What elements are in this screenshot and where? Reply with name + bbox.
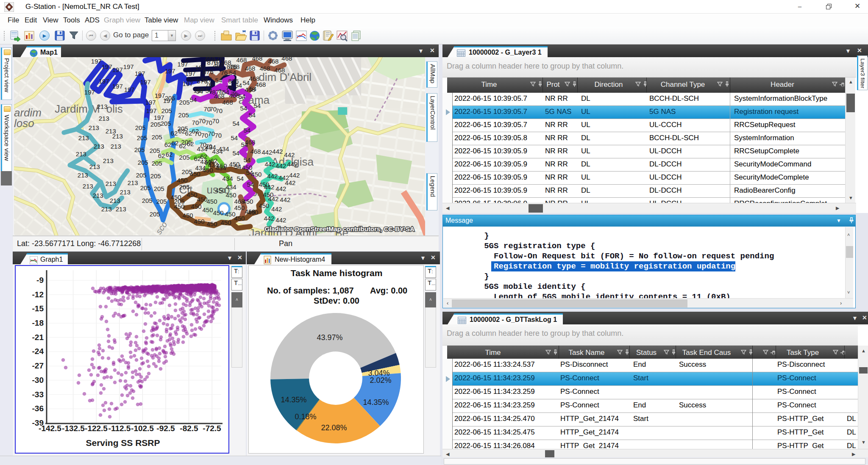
svg-text:450: 450 — [242, 198, 253, 205]
svg-text:213: 213 — [106, 180, 116, 187]
svg-text:450: 450 — [248, 209, 258, 216]
svg-text:-82.5: -82.5 — [180, 424, 198, 433]
svg-text:213: 213 — [103, 157, 114, 164]
svg-text:70: 70 — [216, 107, 223, 114]
svg-text:213: 213 — [78, 172, 88, 179]
svg-text:-142.5: -142.5 — [39, 424, 61, 433]
svg-text:0.18%: 0.18% — [295, 412, 316, 421]
svg-text:450: 450 — [207, 220, 217, 227]
svg-text:54: 54 — [232, 120, 239, 127]
svg-text:54: 54 — [243, 127, 250, 134]
svg-text:450: 450 — [217, 162, 227, 169]
svg-text:70: 70 — [199, 117, 206, 125]
svg-text:442: 442 — [289, 172, 300, 179]
svg-text:468: 468 — [255, 81, 266, 88]
svg-text:205: 205 — [179, 154, 190, 161]
svg-text:197: 197 — [112, 66, 123, 73]
svg-text:213: 213 — [99, 115, 109, 122]
svg-text:62: 62 — [158, 152, 165, 159]
svg-text:70: 70 — [201, 132, 209, 139]
svg-text:213: 213 — [110, 197, 120, 204]
svg-text:54: 54 — [240, 105, 247, 112]
svg-text:468: 468 — [222, 99, 233, 106]
svg-text:442: 442 — [287, 161, 298, 168]
svg-text:442: 442 — [284, 151, 295, 158]
svg-text:197: 197 — [178, 61, 188, 68]
svg-text:54: 54 — [235, 82, 242, 89]
svg-text:468: 468 — [281, 57, 292, 62]
svg-text:62: 62 — [185, 130, 192, 137]
svg-text:213: 213 — [89, 124, 99, 131]
svg-text:197: 197 — [185, 70, 196, 77]
svg-text:450: 450 — [234, 215, 245, 222]
svg-text:62: 62 — [171, 130, 178, 137]
svg-text:54: 54 — [243, 156, 250, 163]
svg-text:-72.5: -72.5 — [203, 424, 221, 433]
svg-text:450: 450 — [174, 203, 185, 210]
svg-text:205: 205 — [135, 124, 146, 131]
svg-text:468: 468 — [245, 86, 255, 93]
svg-text:70: 70 — [212, 117, 220, 125]
svg-text:442: 442 — [272, 148, 283, 155]
svg-text:450: 450 — [187, 191, 198, 198]
svg-text:-21: -21 — [32, 333, 44, 342]
svg-text:442: 442 — [275, 162, 286, 169]
svg-text:197: 197 — [112, 83, 123, 90]
svg-text:43.97%: 43.97% — [317, 333, 342, 342]
svg-text:205: 205 — [161, 120, 171, 127]
svg-text:450: 450 — [183, 212, 193, 219]
svg-text:450: 450 — [191, 203, 202, 210]
svg-text:468: 468 — [245, 138, 255, 146]
svg-text:450: 450 — [259, 202, 269, 209]
svg-text:197: 197 — [84, 89, 95, 96]
svg-text:205: 205 — [179, 99, 190, 106]
svg-text:-18: -18 — [32, 318, 44, 327]
svg-text:205: 205 — [134, 146, 145, 153]
svg-text:450: 450 — [263, 191, 273, 198]
svg-text:14.35%: 14.35% — [281, 396, 306, 404]
svg-text:205: 205 — [179, 183, 190, 191]
svg-text:197: 197 — [99, 78, 109, 85]
svg-text:62: 62 — [192, 127, 199, 135]
svg-text:-33: -33 — [32, 390, 44, 399]
svg-text:442: 442 — [264, 161, 275, 168]
svg-text:205: 205 — [138, 159, 148, 166]
svg-text:62: 62 — [172, 139, 179, 147]
svg-text:442: 442 — [271, 205, 282, 213]
svg-text:450: 450 — [203, 206, 213, 213]
svg-text:-15: -15 — [32, 304, 44, 313]
svg-text:loso: loso — [14, 117, 34, 130]
svg-text:205: 205 — [161, 107, 172, 114]
svg-text:434: 434 — [219, 145, 229, 152]
svg-text:450: 450 — [177, 177, 188, 184]
svg-text:213: 213 — [89, 163, 100, 170]
svg-text:22.08%: 22.08% — [321, 423, 347, 432]
svg-text:54: 54 — [232, 149, 239, 157]
svg-text:450: 450 — [259, 181, 269, 188]
svg-text:213: 213 — [128, 179, 138, 186]
svg-text:205: 205 — [150, 121, 161, 128]
svg-text:213: 213 — [116, 205, 126, 213]
svg-text:197: 197 — [102, 63, 112, 70]
svg-text:213: 213 — [120, 188, 131, 196]
svg-text:450: 450 — [207, 198, 217, 205]
svg-text:54: 54 — [236, 175, 244, 182]
svg-text:197: 197 — [124, 86, 135, 93]
svg-text:205: 205 — [136, 172, 147, 179]
svg-text:450: 450 — [251, 171, 262, 178]
svg-text:450: 450 — [225, 191, 236, 199]
svg-text:70: 70 — [208, 130, 215, 137]
svg-text:450: 450 — [220, 219, 231, 226]
svg-text:213: 213 — [83, 183, 93, 190]
svg-text:450: 450 — [203, 166, 213, 174]
svg-text:-24: -24 — [32, 347, 44, 356]
svg-text:876: 876 — [203, 68, 214, 75]
svg-text:62: 62 — [178, 127, 186, 135]
svg-text:213: 213 — [93, 192, 103, 199]
svg-text:62: 62 — [179, 142, 186, 149]
svg-text:442: 442 — [267, 172, 278, 180]
svg-text:54: 54 — [248, 111, 256, 119]
svg-text:205: 205 — [154, 185, 164, 192]
svg-text:468: 468 — [229, 92, 239, 99]
svg-text:450: 450 — [197, 196, 208, 203]
